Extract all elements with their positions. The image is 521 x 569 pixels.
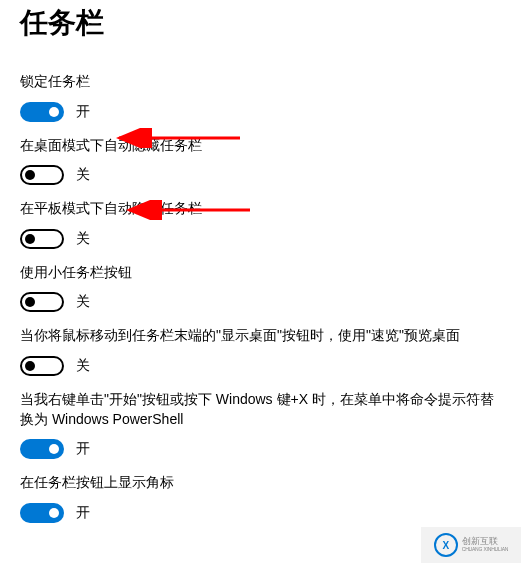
toggle-knob-icon xyxy=(49,508,59,518)
toggle-knob-icon xyxy=(25,170,35,180)
setting-group: 使用小任务栏按钮关 xyxy=(20,263,501,313)
toggle-switch[interactable] xyxy=(20,439,64,459)
toggle-row: 关 xyxy=(20,229,501,249)
toggle-row: 关 xyxy=(20,356,501,376)
toggle-knob-icon xyxy=(25,234,35,244)
setting-label: 当你将鼠标移动到任务栏末端的"显示桌面"按钮时，使用"速览"预览桌面 xyxy=(20,326,501,346)
toggle-knob-icon xyxy=(49,444,59,454)
toggle-row: 关 xyxy=(20,165,501,185)
toggle-switch[interactable] xyxy=(20,229,64,249)
toggle-switch[interactable] xyxy=(20,503,64,523)
toggle-state-label: 开 xyxy=(76,504,90,522)
setting-group: 在平板模式下自动隐藏任务栏关 xyxy=(20,199,501,249)
setting-group: 在任务栏按钮上显示角标开 xyxy=(20,473,501,523)
toggle-switch[interactable] xyxy=(20,165,64,185)
toggle-row: 开 xyxy=(20,102,501,122)
watermark-line2: CHUANG XINHULIAN xyxy=(462,547,509,553)
toggle-row: 开 xyxy=(20,503,501,523)
toggle-row: 开 xyxy=(20,439,501,459)
toggle-state-label: 关 xyxy=(76,230,90,248)
toggle-state-label: 关 xyxy=(76,293,90,311)
setting-group: 当你将鼠标移动到任务栏末端的"显示桌面"按钮时，使用"速览"预览桌面关 xyxy=(20,326,501,376)
toggle-row: 关 xyxy=(20,292,501,312)
toggle-knob-icon xyxy=(25,361,35,371)
setting-group: 锁定任务栏开 xyxy=(20,72,501,122)
setting-label: 在平板模式下自动隐藏任务栏 xyxy=(20,199,501,219)
toggle-state-label: 开 xyxy=(76,440,90,458)
toggle-knob-icon xyxy=(49,107,59,117)
toggle-knob-icon xyxy=(25,297,35,307)
page-title: 任务栏 xyxy=(20,0,501,72)
toggle-state-label: 开 xyxy=(76,103,90,121)
setting-label: 当我右键单击"开始"按钮或按下 Windows 键+X 时，在菜单中将命令提示符… xyxy=(20,390,501,429)
setting-label: 锁定任务栏 xyxy=(20,72,501,92)
toggle-state-label: 关 xyxy=(76,166,90,184)
setting-group: 当我右键单击"开始"按钮或按下 Windows 键+X 时，在菜单中将命令提示符… xyxy=(20,390,501,459)
watermark: X 创新互联 CHUANG XINHULIAN xyxy=(421,527,521,563)
setting-label: 使用小任务栏按钮 xyxy=(20,263,501,283)
setting-label: 在桌面模式下自动隐藏任务栏 xyxy=(20,136,501,156)
toggle-switch[interactable] xyxy=(20,102,64,122)
toggle-state-label: 关 xyxy=(76,357,90,375)
toggle-switch[interactable] xyxy=(20,356,64,376)
setting-label: 在任务栏按钮上显示角标 xyxy=(20,473,501,493)
watermark-logo-icon: X xyxy=(434,533,458,557)
setting-group: 在桌面模式下自动隐藏任务栏关 xyxy=(20,136,501,186)
toggle-switch[interactable] xyxy=(20,292,64,312)
